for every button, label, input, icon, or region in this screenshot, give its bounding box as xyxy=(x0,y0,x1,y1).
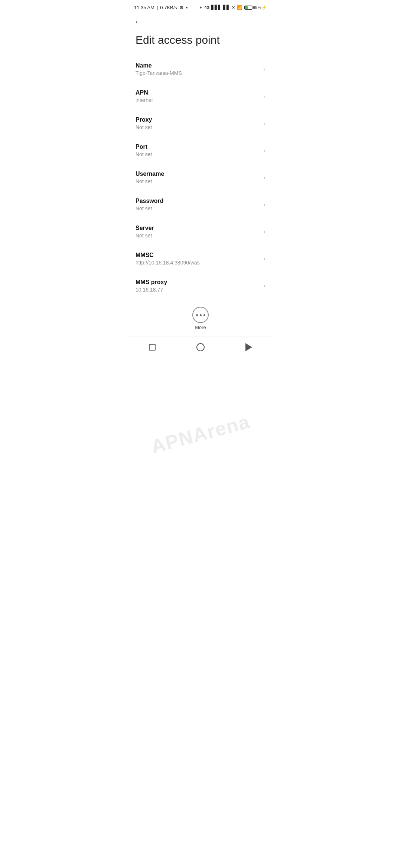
more-dot-3 xyxy=(203,314,205,316)
chevron-right-icon: › xyxy=(263,147,265,154)
top-nav: ← xyxy=(128,13,273,29)
settings-item-value: Tigo-Tanzania-MMS xyxy=(136,70,260,76)
settings-item-content: Server Not set xyxy=(136,225,260,239)
recents-icon xyxy=(149,344,156,351)
back-button[interactable]: ← xyxy=(134,18,142,26)
chevron-right-icon: › xyxy=(263,255,265,263)
chevron-right-icon: › xyxy=(263,174,265,181)
settings-item-username[interactable]: Username Not set › xyxy=(128,164,273,191)
signal-bars2-icon: ▋▋ xyxy=(223,5,230,10)
nav-home-button[interactable] xyxy=(191,342,210,353)
chevron-right-icon: › xyxy=(263,201,265,208)
settings-item-label: Server xyxy=(136,225,260,231)
more-dot-1 xyxy=(196,314,198,316)
settings-icon: ⚙ xyxy=(179,5,184,10)
settings-list: Name Tigo-Tanzania-MMS › APN internet › … xyxy=(128,56,273,299)
wifi-icon: 📶 xyxy=(237,5,242,10)
settings-item-label: Name xyxy=(136,62,260,69)
settings-item-content: APN internet xyxy=(136,89,260,103)
chevron-right-icon: › xyxy=(263,119,265,127)
settings-item-value: Not set xyxy=(136,151,260,157)
nav-recents-button[interactable] xyxy=(143,342,162,353)
status-left: 11:35 AM | 0.7KB/s ⚙ ▪ xyxy=(134,5,188,10)
settings-item-value: http://10.16.18.4:38090/was xyxy=(136,260,260,266)
page-title-container: Edit access point xyxy=(128,29,273,56)
settings-item-label: APN xyxy=(136,89,260,96)
settings-item-content: Proxy Not set xyxy=(136,116,260,130)
settings-item-value: Not set xyxy=(136,178,260,184)
signal-4g-icon: 4G xyxy=(205,6,209,10)
battery-percent-sign: % xyxy=(258,5,261,10)
more-label: More xyxy=(195,325,206,330)
settings-item-value: 10.16.18.77 xyxy=(136,287,260,293)
settings-item-value: Not set xyxy=(136,233,260,239)
bottom-nav xyxy=(128,336,273,360)
status-bar: 11:35 AM | 0.7KB/s ⚙ ▪ ∗ 4G ▋▋▋ ▋▋ ✕ 📶 3… xyxy=(128,0,273,13)
more-circle xyxy=(192,307,209,323)
status-right: ∗ 4G ▋▋▋ ▋▋ ✕ 📶 38 % ⚡ xyxy=(199,5,267,10)
battery-indicator xyxy=(244,6,252,10)
signal-bars-icon: ▋▋▋ xyxy=(211,5,221,10)
settings-item-content: Port Not set xyxy=(136,144,260,157)
settings-item-server[interactable]: Server Not set › xyxy=(128,218,273,245)
bluetooth-icon: ∗ xyxy=(199,5,203,10)
network-speed: 0.7KB/s xyxy=(160,5,177,10)
battery-status: 38 % ⚡ xyxy=(244,5,267,10)
time: 11:35 AM xyxy=(134,5,154,10)
settings-item-content: MMS proxy 10.16.18.77 xyxy=(136,279,260,293)
settings-item-value: internet xyxy=(136,97,260,103)
settings-item-label: Password xyxy=(136,198,260,204)
settings-item-value: Not set xyxy=(136,124,260,130)
page-title: Edit access point xyxy=(136,33,265,47)
charging-icon: ⚡ xyxy=(262,5,267,10)
back-arrow-icon: ← xyxy=(134,18,142,26)
chevron-right-icon: › xyxy=(263,92,265,100)
settings-item-mmsc[interactable]: MMSC http://10.16.18.4:38090/was › xyxy=(128,245,273,272)
settings-item-label: MMS proxy xyxy=(136,279,260,286)
home-icon xyxy=(196,343,205,351)
video-icon: ▪ xyxy=(186,5,188,10)
settings-item-label: MMSC xyxy=(136,252,260,259)
x-signal-icon: ✕ xyxy=(232,5,235,10)
settings-item-proxy[interactable]: Proxy Not set › xyxy=(128,110,273,137)
separator: | xyxy=(157,5,158,10)
nav-back-button[interactable] xyxy=(239,342,258,353)
settings-item-content: Password Not set xyxy=(136,198,260,211)
chevron-right-icon: › xyxy=(263,228,265,236)
chevron-right-icon: › xyxy=(263,282,265,290)
settings-item-label: Username xyxy=(136,171,260,177)
more-dots xyxy=(196,314,205,316)
settings-item-value: Not set xyxy=(136,206,260,211)
settings-item-name[interactable]: Name Tigo-Tanzania-MMS › xyxy=(128,56,273,83)
settings-item-port[interactable]: Port Not set › xyxy=(128,137,273,164)
settings-item-content: Username Not set xyxy=(136,171,260,184)
settings-item-password[interactable]: Password Not set › xyxy=(128,191,273,218)
more-section: More xyxy=(128,299,273,336)
settings-item-label: Port xyxy=(136,144,260,150)
settings-item-apn[interactable]: APN internet › xyxy=(128,83,273,110)
chevron-right-icon: › xyxy=(263,65,265,73)
settings-item-label: Proxy xyxy=(136,116,260,123)
more-button[interactable]: More xyxy=(192,307,209,330)
settings-item-content: MMSC http://10.16.18.4:38090/was xyxy=(136,252,260,266)
more-dot-2 xyxy=(200,314,202,316)
settings-item-mms-proxy[interactable]: MMS proxy 10.16.18.77 › xyxy=(128,272,273,299)
settings-item-content: Name Tigo-Tanzania-MMS xyxy=(136,62,260,76)
battery-fill xyxy=(245,6,248,9)
back-icon xyxy=(245,343,252,351)
